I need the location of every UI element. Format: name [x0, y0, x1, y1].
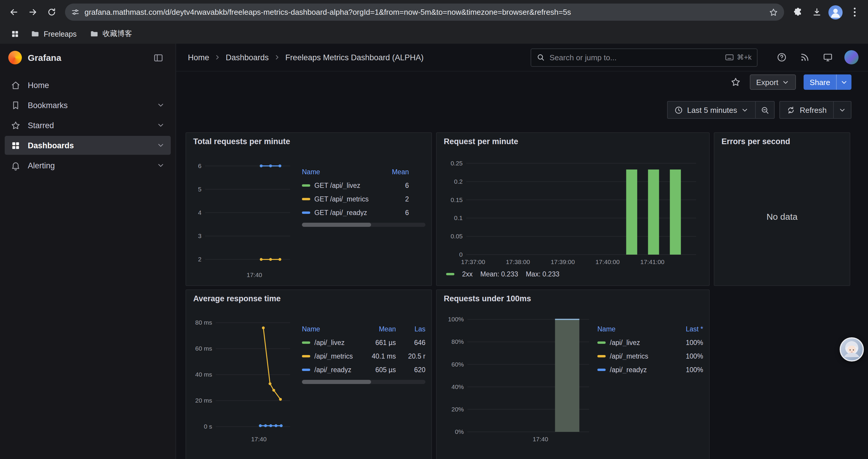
sidebar-item-bookmarks[interactable]: Bookmarks	[5, 96, 171, 114]
panel-title[interactable]: Errors per second	[721, 137, 790, 146]
svg-text:0.15: 0.15	[451, 196, 463, 203]
svg-text:5: 5	[198, 186, 202, 193]
svg-text:0.25: 0.25	[451, 160, 463, 167]
svg-text:0%: 0%	[455, 428, 464, 435]
legend-header-name[interactable]: Name	[302, 168, 377, 175]
panel-title[interactable]: Average response time	[193, 294, 281, 303]
share-button[interactable]: Share	[804, 74, 836, 90]
sidebar-item-dashboards[interactable]: Dashboards	[5, 136, 171, 155]
chevron-down-icon	[838, 106, 846, 114]
assistant-avatar[interactable]	[840, 337, 864, 362]
help-icon[interactable]	[775, 51, 788, 64]
legend-series-name[interactable]: GET /api/_livez	[314, 182, 361, 189]
legend-series-name[interactable]: /api/_livez	[610, 339, 640, 346]
dock-sidebar-icon[interactable]	[152, 51, 165, 64]
time-range-picker[interactable]: Last 5 minutes	[667, 101, 756, 119]
legend-series-name[interactable]: /api/_metrics	[610, 352, 648, 359]
legend-scrollbar[interactable]	[302, 380, 426, 384]
url-bar[interactable]: grafana.mathmast.com/d/deytv4rwavabkb/fr…	[65, 4, 784, 21]
sidebar-item-alerting[interactable]: Alerting	[5, 156, 171, 175]
site-settings-icon[interactable]	[71, 8, 80, 17]
series-color-dash	[302, 368, 310, 371]
series-color-dash	[302, 355, 310, 357]
grafana-logo[interactable]	[8, 51, 22, 64]
sidebar-nav: Home Bookmarks Starred Dashboards	[0, 75, 176, 175]
legend-header-last-[interactable]: Last *	[671, 325, 703, 332]
home-icon	[11, 80, 21, 90]
chevron-down-icon[interactable]	[157, 121, 165, 129]
legend-header-name[interactable]: Name	[302, 325, 354, 332]
svg-text:17:39:00: 17:39:00	[551, 258, 575, 265]
average-response-time-legend: NameMeanLas/api/_livez661 µs646/api/_met…	[302, 322, 426, 376]
total-requests-chart[interactable]: 2345617:40	[192, 152, 296, 281]
legend-series-name[interactable]: GET /api/_readyz	[314, 209, 367, 216]
legend-header-las[interactable]: Las	[401, 325, 426, 332]
chevron-down-icon[interactable]	[157, 161, 165, 169]
sidebar-item-home[interactable]: Home	[5, 76, 171, 95]
legend-row: GET /api/_metrics2	[302, 192, 409, 205]
panel-title[interactable]: Requests under 100ms	[444, 294, 531, 303]
legend-header-name[interactable]: Name	[597, 325, 666, 332]
brand-title: Grafana	[28, 53, 146, 63]
forward-button[interactable]	[24, 3, 41, 21]
bookmark-folder-freeleaps[interactable]: Freeleaps	[26, 27, 81, 41]
legend-series-name[interactable]: GET /api/_metrics	[314, 195, 369, 202]
legend-mean: Mean: 0.233	[480, 270, 518, 277]
legend-series-name[interactable]: /api/_readyz	[610, 366, 647, 373]
legend-series-name[interactable]: 2xx	[462, 270, 473, 277]
breadcrumb-home[interactable]: Home	[188, 53, 209, 62]
sidebar-item-label: Alerting	[28, 161, 55, 170]
legend-series-name[interactable]: /api/_metrics	[314, 352, 353, 359]
reload-button[interactable]	[42, 3, 60, 21]
downloads-icon[interactable]	[808, 3, 826, 21]
apps-grid-icon[interactable]	[7, 26, 23, 42]
chevron-down-icon[interactable]	[157, 141, 165, 150]
legend-scrollbar[interactable]	[302, 223, 426, 227]
share-dropdown-icon[interactable]	[836, 74, 851, 90]
scrollbar-thumb[interactable]	[302, 223, 371, 227]
svg-text:100%: 100%	[448, 316, 464, 323]
panel-title[interactable]: Total requests per minute	[193, 137, 290, 146]
export-button[interactable]: Export	[749, 74, 796, 90]
panel-errors-per-second: Errors per second No data	[714, 132, 850, 286]
svg-text:17:37:00: 17:37:00	[461, 258, 485, 265]
bookmark-star-icon[interactable]	[769, 7, 778, 17]
dashboard-content: Last 5 minutes Refresh	[176, 93, 868, 459]
legend-series-name[interactable]: /api/_readyz	[314, 366, 351, 373]
refresh-interval-dropdown[interactable]	[834, 101, 851, 119]
chevron-down-icon[interactable]	[157, 101, 165, 109]
legend-series-name[interactable]: /api/_livez	[314, 339, 344, 346]
average-response-time-chart[interactable]: 0 s20 ms40 ms60 ms80 ms17:40	[192, 309, 296, 445]
svg-text:20%: 20%	[452, 406, 464, 413]
favorite-star-icon[interactable]	[729, 76, 742, 89]
back-button[interactable]	[5, 3, 23, 21]
extensions-icon[interactable]	[789, 3, 807, 21]
legend-header-mean[interactable]: Mean	[382, 168, 409, 175]
profile-avatar[interactable]	[827, 3, 844, 21]
refresh-icon	[787, 105, 796, 114]
svg-text:80%: 80%	[452, 338, 464, 345]
svg-text:60%: 60%	[452, 361, 464, 368]
chevron-down-icon	[741, 106, 749, 114]
user-avatar[interactable]	[844, 50, 859, 64]
news-rss-icon[interactable]	[798, 51, 811, 64]
request-per-minute-chart[interactable]: 00.050.10.150.20.2517:37:0017:38:0017:39…	[442, 152, 703, 268]
url-text[interactable]: grafana.mathmast.com/d/deytv4rwavabkb/fr…	[85, 8, 764, 17]
bookmark-folder-blog[interactable]: 收藏博客	[85, 27, 137, 41]
monitor-icon[interactable]	[821, 51, 834, 64]
search-input[interactable]: Search or jump to... ⌘+k	[531, 48, 757, 66]
menu-icon[interactable]	[845, 3, 863, 21]
panel-title[interactable]: Request per minute	[444, 137, 518, 146]
breadcrumb-dashboards[interactable]: Dashboards	[226, 53, 269, 62]
requests-under-100ms-chart[interactable]: 0%20%40%60%80%100%17:40	[442, 309, 594, 445]
refresh-button[interactable]: Refresh	[780, 101, 834, 119]
series-color-dash	[302, 198, 310, 200]
svg-text:2: 2	[198, 256, 202, 263]
zoom-out-button[interactable]	[756, 101, 775, 119]
bookmark-label: Freeleaps	[44, 30, 76, 38]
scrollbar-thumb[interactable]	[302, 380, 371, 384]
sidebar-item-starred[interactable]: Starred	[5, 116, 171, 135]
svg-text:3: 3	[198, 232, 202, 239]
series-color-dash	[302, 184, 310, 186]
legend-header-mean[interactable]: Mean	[359, 325, 396, 332]
